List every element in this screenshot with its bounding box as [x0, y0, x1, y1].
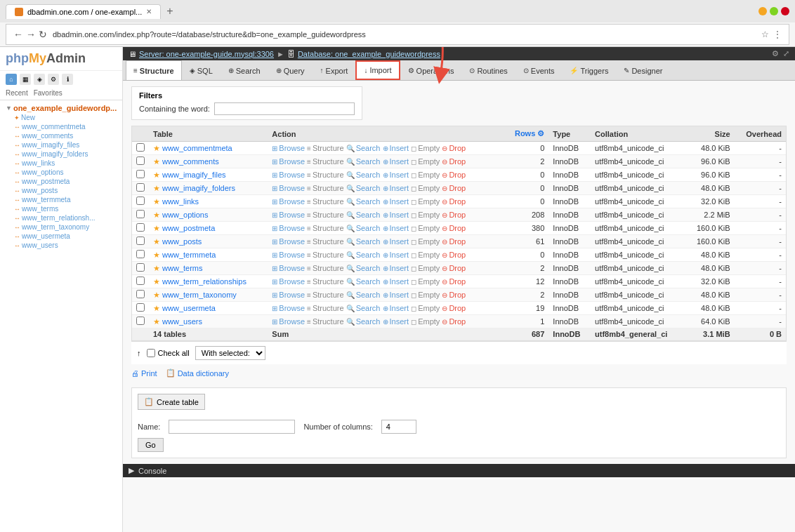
- tab-operations[interactable]: ⚙Operations: [400, 60, 462, 80]
- drop-link-13[interactable]: ⊖ Drop: [442, 317, 466, 326]
- reload-button[interactable]: ↻: [39, 29, 47, 40]
- browse-link-8[interactable]: ⊞ Browse: [272, 251, 305, 259]
- favorite-star-5[interactable]: ★: [153, 211, 160, 219]
- address-bar[interactable]: dbadmin.one.com/index.php?route=/databas…: [53, 30, 756, 39]
- topbar-settings-icon[interactable]: ⚙: [772, 49, 779, 58]
- structure-link-5[interactable]: ≡ Structure: [307, 211, 343, 219]
- table-name-link-8[interactable]: www_termmeta: [162, 251, 216, 259]
- search-link-3[interactable]: 🔍 Search: [346, 184, 381, 192]
- sidebar-table-item[interactable]: ↔www_term_relationsh...: [0, 213, 122, 222]
- search-link-7[interactable]: 🔍 Search: [346, 237, 381, 246]
- favorite-star-0[interactable]: ★: [153, 144, 160, 152]
- print-link[interactable]: 🖨 Print: [131, 368, 157, 378]
- structure-link-12[interactable]: ≡ Structure: [307, 304, 343, 312]
- with-selected-dropdown[interactable]: With selected:: [195, 346, 265, 360]
- favorite-star-10[interactable]: ★: [153, 277, 160, 286]
- tab-search[interactable]: ⊕Search: [221, 60, 268, 80]
- insert-link-3[interactable]: ⊕ Insert: [383, 184, 409, 192]
- insert-link-13[interactable]: ⊕ Insert: [383, 317, 409, 326]
- th-collation[interactable]: Collation: [591, 126, 685, 142]
- structure-link-1[interactable]: ≡ Structure: [307, 157, 343, 166]
- table-name-link-4[interactable]: www_links: [162, 197, 199, 206]
- th-type[interactable]: Type: [548, 126, 591, 142]
- favorite-star-13[interactable]: ★: [153, 317, 160, 326]
- empty-link-4[interactable]: ◻ Empty: [411, 197, 440, 206]
- favorite-star-7[interactable]: ★: [153, 237, 160, 246]
- drop-link-10[interactable]: ⊖ Drop: [442, 277, 466, 286]
- row-checkbox-7[interactable]: [136, 237, 145, 245]
- browse-link-0[interactable]: ⊞ Browse: [272, 144, 305, 152]
- empty-link-10[interactable]: ◻ Empty: [411, 277, 440, 286]
- row-checkbox-4[interactable]: [136, 197, 145, 205]
- structure-link-10[interactable]: ≡ Structure: [307, 277, 343, 286]
- empty-link-9[interactable]: ◻ Empty: [411, 264, 440, 272]
- structure-link-2[interactable]: ≡ Structure: [307, 171, 343, 179]
- sidebar-home-icon[interactable]: ⌂: [6, 74, 17, 85]
- insert-link-0[interactable]: ⊕ Insert: [383, 144, 409, 152]
- structure-link-3[interactable]: ≡ Structure: [307, 184, 343, 192]
- table-name-link-2[interactable]: www_imagify_files: [162, 171, 225, 179]
- insert-link-12[interactable]: ⊕ Insert: [383, 304, 409, 312]
- sidebar-table-item[interactable]: ↔www_imagify_files: [0, 140, 122, 149]
- sidebar-table-item[interactable]: ↔www_users: [0, 241, 122, 250]
- sidebar-table-item[interactable]: ↔www_termmeta: [0, 195, 122, 204]
- empty-link-7[interactable]: ◻ Empty: [411, 237, 440, 246]
- search-link-12[interactable]: 🔍 Search: [346, 304, 381, 312]
- row-checkbox-6[interactable]: [136, 223, 145, 232]
- tab-structure[interactable]: ≡Structure: [126, 60, 182, 80]
- th-size[interactable]: Size: [685, 126, 735, 142]
- browse-link-9[interactable]: ⊞ Browse: [272, 264, 305, 272]
- forward-button[interactable]: →: [26, 29, 36, 40]
- table-name-link-11[interactable]: www_term_taxonomy: [162, 291, 237, 299]
- insert-link-4[interactable]: ⊕ Insert: [383, 197, 409, 206]
- tab-sql[interactable]: ◈SQL: [182, 60, 221, 80]
- drop-link-5[interactable]: ⊖ Drop: [442, 211, 466, 219]
- sidebar-table-item[interactable]: ↔www_postmeta: [0, 177, 122, 186]
- sidebar-db-icon[interactable]: ▦: [20, 74, 31, 85]
- search-link-8[interactable]: 🔍 Search: [346, 251, 381, 259]
- browse-link-5[interactable]: ⊞ Browse: [272, 211, 305, 219]
- browse-link-7[interactable]: ⊞ Browse: [272, 237, 305, 246]
- tab-events[interactable]: ⊙Events: [515, 60, 563, 80]
- drop-link-7[interactable]: ⊖ Drop: [442, 237, 466, 246]
- empty-link-8[interactable]: ◻ Empty: [411, 251, 440, 259]
- sidebar-info-icon[interactable]: ℹ: [62, 74, 73, 85]
- insert-link-10[interactable]: ⊕ Insert: [383, 277, 409, 286]
- table-name-link-10[interactable]: www_term_relationships: [162, 277, 247, 286]
- tab-import[interactable]: ↓Import: [355, 60, 400, 80]
- row-checkbox-9[interactable]: [136, 263, 145, 272]
- search-link-0[interactable]: 🔍 Search: [346, 144, 381, 152]
- structure-link-4[interactable]: ≡ Structure: [307, 197, 343, 206]
- drop-link-6[interactable]: ⊖ Drop: [442, 224, 466, 232]
- filter-input[interactable]: [214, 102, 355, 115]
- table-name-link-7[interactable]: www_posts: [162, 237, 202, 246]
- bookmark-icon[interactable]: ☆: [761, 29, 769, 39]
- console-bar[interactable]: ▶ Console: [123, 464, 795, 477]
- table-name-link-12[interactable]: www_usermeta: [162, 304, 216, 312]
- sidebar-table-item[interactable]: ↔www_usermeta: [0, 232, 122, 241]
- search-link-11[interactable]: 🔍 Search: [346, 291, 381, 299]
- tab-query[interactable]: ⊕Query: [268, 60, 313, 80]
- sidebar-recent-link[interactable]: Recent: [6, 89, 28, 97]
- th-rows[interactable]: Rows ⚙: [504, 126, 549, 142]
- maximize-button[interactable]: [770, 7, 778, 15]
- empty-link-3[interactable]: ◻ Empty: [411, 184, 440, 192]
- empty-link-12[interactable]: ◻ Empty: [411, 304, 440, 312]
- tab-export[interactable]: ↑Export: [313, 60, 356, 80]
- empty-link-0[interactable]: ◻ Empty: [411, 144, 440, 152]
- check-all-label[interactable]: Check all: [147, 349, 190, 357]
- create-table-button[interactable]: 📋 Create table: [138, 394, 205, 410]
- search-link-9[interactable]: 🔍 Search: [346, 264, 381, 272]
- drop-link-8[interactable]: ⊖ Drop: [442, 251, 466, 259]
- row-checkbox-3[interactable]: [136, 183, 145, 192]
- tab-designer[interactable]: ✎Designer: [616, 60, 670, 80]
- new-tab-button[interactable]: +: [166, 5, 173, 18]
- search-link-5[interactable]: 🔍 Search: [346, 211, 381, 219]
- drop-link-9[interactable]: ⊖ Drop: [442, 264, 466, 272]
- empty-link-6[interactable]: ◻ Empty: [411, 224, 440, 232]
- sidebar-table-item[interactable]: ↔www_commentmeta: [0, 122, 122, 131]
- sidebar-table-item[interactable]: ↔www_terms: [0, 204, 122, 213]
- drop-link-3[interactable]: ⊖ Drop: [442, 184, 466, 192]
- favorite-star-9[interactable]: ★: [153, 264, 160, 272]
- row-checkbox-13[interactable]: [136, 317, 145, 325]
